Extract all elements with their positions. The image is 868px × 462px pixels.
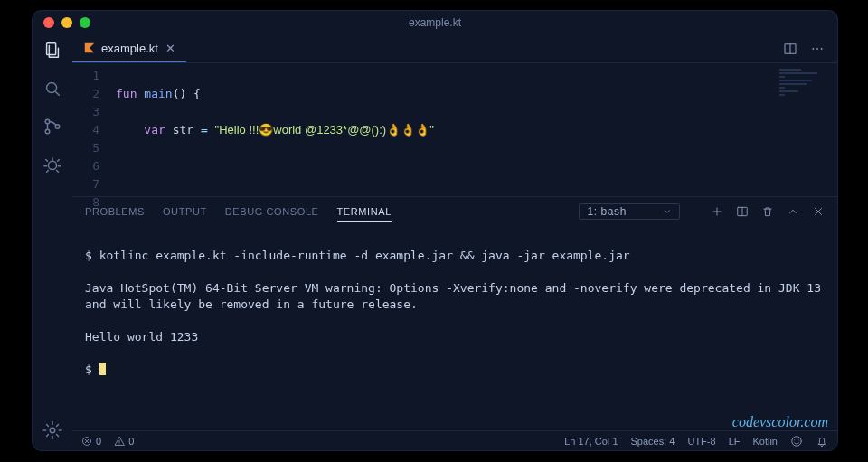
close-window-button[interactable] [43, 17, 54, 28]
status-errors[interactable]: 0 [81, 436, 101, 447]
debug-icon[interactable] [42, 154, 63, 175]
window-controls [43, 17, 90, 28]
code-content[interactable]: fun main() { var str = "Hello !!!😎world … [112, 63, 837, 196]
explorer-icon[interactable] [42, 40, 63, 61]
notifications-icon[interactable] [816, 435, 828, 448]
chevron-down-icon [663, 207, 672, 216]
tab-example-kt[interactable]: example.kt ✕ [72, 34, 186, 62]
close-tab-icon[interactable]: ✕ [165, 42, 175, 55]
minimize-window-button[interactable] [61, 17, 72, 28]
new-terminal-icon[interactable] [711, 205, 723, 218]
status-bar: 0 0 Ln 17, Col 1 Spaces: 4 UTF-8 LF Kotl… [72, 430, 837, 450]
status-language[interactable]: Kotlin [752, 436, 778, 447]
split-editor-icon[interactable] [783, 42, 797, 56]
tab-label: example.kt [101, 42, 158, 55]
svg-point-6 [50, 428, 55, 433]
status-warnings[interactable]: 0 [114, 436, 134, 447]
source-control-icon[interactable] [42, 116, 63, 137]
tab-output[interactable]: OUTPUT [163, 206, 207, 217]
close-panel-icon[interactable] [812, 205, 825, 218]
activity-bar [33, 34, 72, 450]
search-icon[interactable] [42, 78, 63, 99]
terminal-output[interactable]: $ kotlinc example.kt -include-runtime -d… [72, 226, 837, 430]
settings-icon[interactable] [42, 420, 63, 441]
kill-terminal-icon[interactable] [761, 205, 774, 218]
line-numbers: 12345678 [72, 63, 112, 196]
status-encoding[interactable]: UTF-8 [687, 436, 715, 447]
svg-point-1 [47, 83, 57, 93]
tab-debug-console[interactable]: DEBUG CONSOLE [225, 206, 319, 217]
kotlin-file-icon [83, 42, 96, 54]
terminal-selector[interactable]: 1: bash [579, 203, 680, 220]
svg-point-13 [792, 436, 802, 446]
tab-terminal[interactable]: TERMINAL [337, 206, 392, 222]
status-eol[interactable]: LF [729, 436, 741, 447]
editor-window: example.kt example [33, 11, 837, 450]
watermark: codevscolor.com [732, 414, 828, 430]
svg-point-8 [812, 48, 814, 50]
maximize-panel-icon[interactable] [787, 205, 799, 218]
minimap[interactable] [779, 67, 834, 103]
bottom-panel: PROBLEMS OUTPUT DEBUG CONSOLE TERMINAL 1… [72, 196, 837, 430]
feedback-icon[interactable] [790, 435, 803, 448]
maximize-window-button[interactable] [80, 17, 90, 28]
svg-point-5 [48, 161, 56, 169]
titlebar: example.kt [33, 11, 837, 34]
window-title: example.kt [33, 16, 837, 29]
svg-rect-0 [47, 43, 56, 55]
svg-point-10 [821, 48, 823, 50]
split-terminal-icon[interactable] [736, 205, 749, 218]
tab-bar: example.kt ✕ [72, 34, 837, 63]
status-indentation[interactable]: Spaces: 4 [631, 436, 675, 447]
status-cursor-position[interactable]: Ln 17, Col 1 [564, 436, 618, 447]
svg-point-9 [816, 48, 818, 50]
more-actions-icon[interactable] [810, 42, 825, 56]
terminal-cursor [99, 363, 106, 375]
editor[interactable]: 12345678 fun main() { var str = "Hello !… [72, 63, 837, 196]
